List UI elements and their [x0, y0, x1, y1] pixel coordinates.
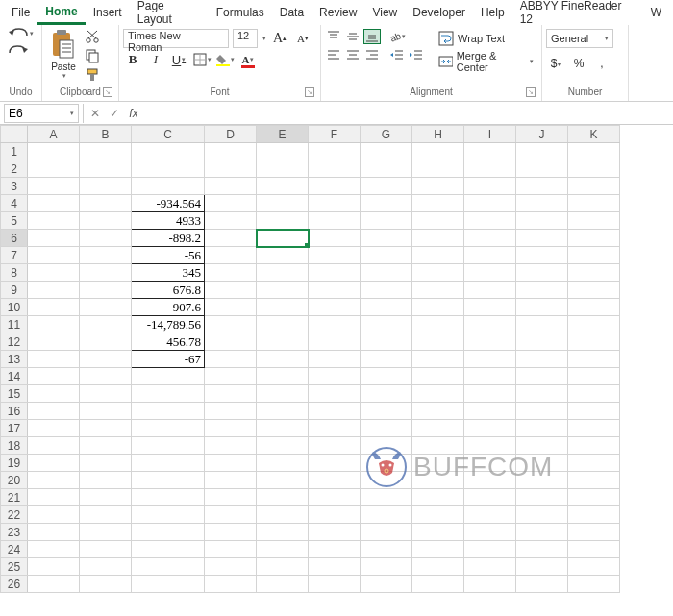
cell-D14[interactable]: [205, 368, 257, 385]
cell-J2[interactable]: [516, 160, 568, 178]
cell-A4[interactable]: [28, 195, 80, 212]
cell-F6[interactable]: [309, 230, 361, 247]
column-header-G[interactable]: G: [361, 126, 412, 143]
paste-button[interactable]: Paste ▾: [46, 29, 81, 80]
cell-D9[interactable]: [205, 282, 257, 299]
cell-J21[interactable]: [516, 489, 568, 506]
row-header-23[interactable]: 23: [1, 524, 28, 541]
tab-view[interactable]: View: [364, 2, 405, 23]
cell-I5[interactable]: [464, 212, 516, 230]
cell-I11[interactable]: [464, 316, 516, 333]
tab-review[interactable]: Review: [312, 2, 364, 23]
select-all-corner[interactable]: [1, 126, 28, 143]
cell-H22[interactable]: [412, 506, 464, 524]
cell-E19[interactable]: [257, 455, 309, 472]
clipboard-dialog-launcher[interactable]: ↘: [103, 87, 112, 97]
cell-A6[interactable]: [28, 230, 80, 247]
cell-I13[interactable]: [464, 351, 516, 368]
cell-G8[interactable]: [361, 264, 412, 282]
cell-B17[interactable]: [80, 420, 132, 437]
insert-function-button[interactable]: fx: [124, 107, 143, 120]
cell-A17[interactable]: [28, 420, 80, 437]
cell-A7[interactable]: [28, 247, 80, 264]
cell-E14[interactable]: [257, 368, 309, 385]
cell-H21[interactable]: [412, 489, 464, 506]
bold-button[interactable]: B: [123, 50, 142, 69]
align-bottom-button[interactable]: [363, 29, 381, 44]
cell-E26[interactable]: [257, 576, 309, 593]
cell-F1[interactable]: [309, 143, 361, 160]
cell-E12[interactable]: [257, 333, 309, 351]
cell-H16[interactable]: [412, 403, 464, 420]
cell-F3[interactable]: [309, 178, 361, 195]
cell-A26[interactable]: [28, 576, 80, 593]
row-header-15[interactable]: 15: [1, 385, 28, 403]
cell-G6[interactable]: [361, 230, 412, 247]
cell-A24[interactable]: [28, 541, 80, 558]
cell-B4[interactable]: [80, 195, 132, 212]
cell-K25[interactable]: [568, 558, 620, 576]
align-top-button[interactable]: [325, 29, 342, 44]
cell-K7[interactable]: [568, 247, 620, 264]
cell-G21[interactable]: [361, 489, 412, 506]
cell-G13[interactable]: [361, 351, 412, 368]
cell-K15[interactable]: [568, 385, 620, 403]
cell-E17[interactable]: [257, 420, 309, 437]
cell-I16[interactable]: [464, 403, 516, 420]
cell-D4[interactable]: [205, 195, 257, 212]
cell-H11[interactable]: [412, 316, 464, 333]
formula-input[interactable]: [143, 104, 673, 123]
wrap-text-button[interactable]: Wrap Text: [435, 29, 537, 48]
font-name-select[interactable]: Times New Roman: [123, 29, 229, 48]
cell-F25[interactable]: [309, 558, 361, 576]
cell-K22[interactable]: [568, 506, 620, 524]
cell-J20[interactable]: [516, 472, 568, 489]
row-header-7[interactable]: 7: [1, 247, 28, 264]
cell-A14[interactable]: [28, 368, 80, 385]
cell-E18[interactable]: [257, 437, 309, 455]
cell-G11[interactable]: [361, 316, 412, 333]
row-header-13[interactable]: 13: [1, 351, 28, 368]
cell-J23[interactable]: [516, 524, 568, 541]
merge-center-button[interactable]: Merge & Center▾: [435, 52, 537, 71]
cell-E3[interactable]: [257, 178, 309, 195]
column-header-C[interactable]: C: [132, 126, 205, 143]
cell-J12[interactable]: [516, 333, 568, 351]
cell-E10[interactable]: [257, 299, 309, 316]
cell-G3[interactable]: [361, 178, 412, 195]
cell-D1[interactable]: [205, 143, 257, 160]
cell-B22[interactable]: [80, 506, 132, 524]
cell-F19[interactable]: [309, 455, 361, 472]
cell-B2[interactable]: [80, 160, 132, 178]
cell-K3[interactable]: [568, 178, 620, 195]
cell-J14[interactable]: [516, 368, 568, 385]
row-header-1[interactable]: 1: [1, 143, 28, 160]
cell-F14[interactable]: [309, 368, 361, 385]
cell-K24[interactable]: [568, 541, 620, 558]
cell-E13[interactable]: [257, 351, 309, 368]
cell-B21[interactable]: [80, 489, 132, 506]
cell-I9[interactable]: [464, 282, 516, 299]
cell-K21[interactable]: [568, 489, 620, 506]
column-header-D[interactable]: D: [205, 126, 257, 143]
cell-J18[interactable]: [516, 437, 568, 455]
cell-C24[interactable]: [132, 541, 205, 558]
cell-I15[interactable]: [464, 385, 516, 403]
increase-font-button[interactable]: A▴: [270, 29, 289, 48]
fill-color-button[interactable]: ▾: [215, 50, 235, 69]
cell-B14[interactable]: [80, 368, 132, 385]
cell-D26[interactable]: [205, 576, 257, 593]
cell-I17[interactable]: [464, 420, 516, 437]
cell-G14[interactable]: [361, 368, 412, 385]
cell-A25[interactable]: [28, 558, 80, 576]
cell-H24[interactable]: [412, 541, 464, 558]
cell-J25[interactable]: [516, 558, 568, 576]
cell-B3[interactable]: [80, 178, 132, 195]
row-header-2[interactable]: 2: [1, 160, 28, 178]
align-middle-button[interactable]: [344, 29, 361, 44]
row-header-22[interactable]: 22: [1, 506, 28, 524]
cell-J26[interactable]: [516, 576, 568, 593]
orientation-button[interactable]: ab▾: [388, 29, 406, 44]
cell-A13[interactable]: [28, 351, 80, 368]
cell-D21[interactable]: [205, 489, 257, 506]
